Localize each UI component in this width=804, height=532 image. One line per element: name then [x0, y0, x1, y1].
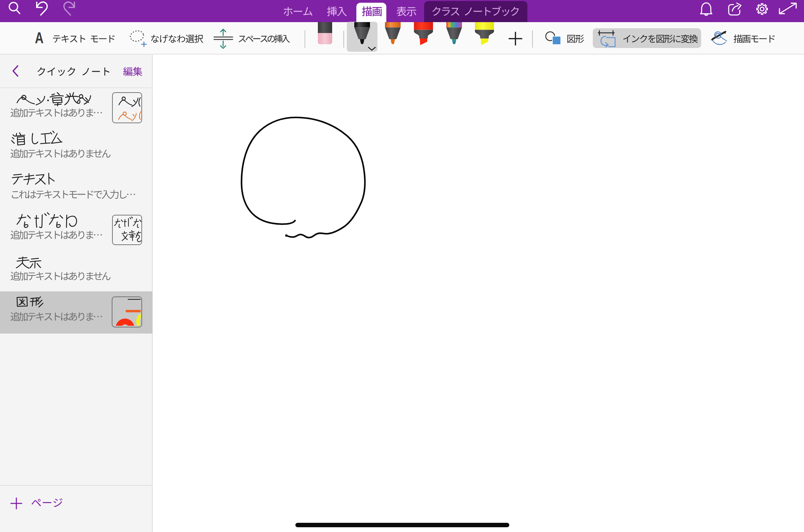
- svg-text:A: A: [35, 29, 44, 47]
